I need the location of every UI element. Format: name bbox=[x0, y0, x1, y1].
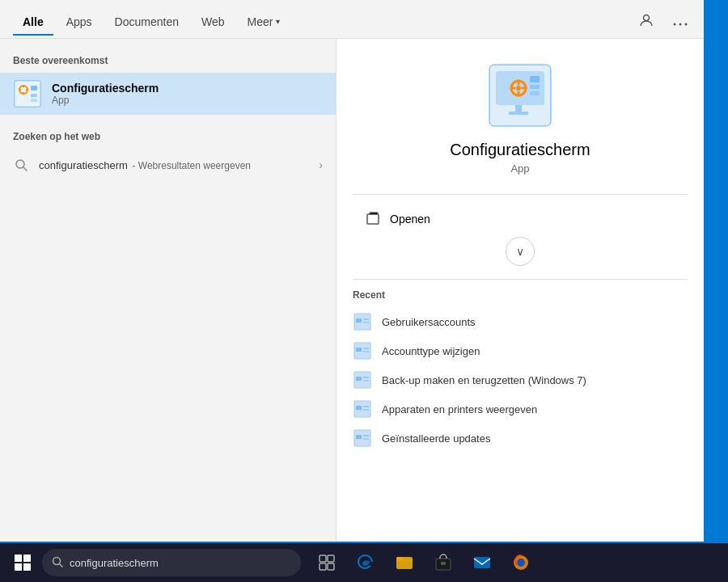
recent-item-3[interactable]: Apparaten en printers weergeven bbox=[353, 394, 688, 424]
svg-rect-54 bbox=[363, 435, 369, 436]
taskbar-apps bbox=[311, 546, 537, 579]
web-search-icon bbox=[13, 157, 29, 173]
store-icon[interactable] bbox=[427, 546, 459, 579]
svg-point-56 bbox=[53, 557, 61, 564]
firefox-icon[interactable] bbox=[505, 546, 537, 579]
right-panel: Configuratiescherm App Openen ∨ Recent bbox=[336, 39, 704, 542]
file-manager-icon[interactable] bbox=[388, 546, 421, 579]
svg-rect-65 bbox=[441, 562, 446, 565]
windows-logo-icon bbox=[15, 555, 31, 571]
recent-item-1-text: Accounttype wijzigen bbox=[382, 345, 480, 357]
best-match-subtitle: App bbox=[52, 95, 159, 106]
meer-chevron-icon: ▾ bbox=[276, 17, 280, 26]
svg-rect-11 bbox=[31, 86, 37, 91]
open-button[interactable]: Openen bbox=[353, 205, 688, 234]
svg-point-20 bbox=[516, 86, 521, 91]
recent-item-0[interactable]: Gebruikersaccounts bbox=[353, 307, 688, 336]
start-button[interactable] bbox=[6, 546, 39, 579]
left-panel: Beste overeenkomst bbox=[0, 39, 336, 542]
app-detail-icon bbox=[488, 63, 552, 128]
recent-items-list: Gebruikersaccounts Accounttype wijzigen bbox=[353, 307, 688, 453]
recent-item-0-text: Gebruikersaccounts bbox=[382, 316, 476, 328]
svg-rect-60 bbox=[320, 563, 326, 570]
svg-line-15 bbox=[23, 167, 27, 171]
svg-rect-50 bbox=[363, 409, 369, 411]
svg-rect-48 bbox=[356, 406, 362, 410]
svg-rect-53 bbox=[356, 435, 362, 439]
svg-rect-61 bbox=[328, 563, 334, 570]
best-match-item[interactable]: Configuratiescherm App bbox=[0, 73, 336, 115]
svg-line-57 bbox=[60, 564, 62, 567]
taskbar: configuratiescherm bbox=[0, 543, 728, 582]
web-search-text: configuratiescherm - Webresultaten weerg… bbox=[39, 159, 309, 171]
svg-rect-25 bbox=[515, 105, 522, 112]
more-options-icon[interactable] bbox=[670, 11, 691, 32]
svg-rect-34 bbox=[363, 318, 369, 320]
nav-actions bbox=[636, 10, 691, 34]
best-match-title: Configuratiescherm bbox=[52, 82, 159, 95]
web-search-query: configuratiescherm - Webresultaten weerg… bbox=[39, 159, 309, 171]
mail-icon[interactable] bbox=[466, 546, 498, 579]
task-view-button[interactable] bbox=[311, 546, 343, 579]
recent-item-4-text: Geïnstalleerde updates bbox=[382, 432, 490, 445]
svg-rect-40 bbox=[363, 351, 369, 352]
app-detail-type: App bbox=[510, 162, 529, 175]
svg-rect-12 bbox=[31, 94, 37, 97]
tab-meer[interactable]: Meer ▾ bbox=[238, 9, 290, 35]
svg-rect-45 bbox=[363, 380, 369, 382]
expand-button[interactable]: ∨ bbox=[506, 237, 535, 266]
tab-documenten[interactable]: Documenten bbox=[105, 9, 188, 35]
tab-alle[interactable]: Alle bbox=[13, 9, 53, 35]
svg-rect-58 bbox=[320, 555, 326, 562]
taskbar-search-bar[interactable]: configuratiescherm bbox=[42, 549, 301, 576]
recent-label: Recent bbox=[353, 289, 688, 301]
taskbar-search-icon bbox=[52, 556, 63, 570]
open-icon bbox=[366, 211, 382, 227]
svg-rect-29 bbox=[530, 91, 540, 95]
svg-rect-30 bbox=[367, 214, 379, 224]
open-label: Openen bbox=[390, 213, 430, 226]
svg-rect-26 bbox=[509, 112, 528, 115]
main-content: Beste overeenkomst bbox=[0, 39, 704, 542]
svg-rect-27 bbox=[530, 76, 540, 82]
svg-rect-33 bbox=[356, 318, 362, 323]
taskbar-search-text: configuratiescherm bbox=[70, 557, 291, 569]
svg-rect-55 bbox=[363, 438, 369, 440]
edge-icon[interactable] bbox=[349, 546, 382, 579]
divider-bottom bbox=[353, 279, 688, 280]
web-search-label: Zoeken op het web bbox=[0, 128, 336, 149]
recent-item-1[interactable]: Accounttype wijzigen bbox=[353, 336, 688, 365]
recent-item-2-text: Back-up maken en terugzetten (Windows 7) bbox=[382, 374, 586, 386]
svg-point-1 bbox=[674, 23, 676, 25]
svg-rect-28 bbox=[530, 85, 540, 89]
svg-rect-13 bbox=[31, 99, 37, 102]
recent-item-4[interactable]: Geïnstalleerde updates bbox=[353, 424, 688, 453]
svg-rect-38 bbox=[356, 348, 362, 352]
tab-apps[interactable]: Apps bbox=[57, 9, 102, 35]
svg-rect-59 bbox=[328, 555, 334, 562]
svg-rect-66 bbox=[474, 557, 490, 568]
person-icon[interactable] bbox=[636, 10, 657, 34]
divider-top bbox=[353, 194, 688, 195]
tab-web[interactable]: Web bbox=[192, 9, 235, 35]
svg-point-0 bbox=[644, 15, 650, 20]
chevron-down-icon: ∨ bbox=[516, 245, 524, 258]
best-match-text: Configuratiescherm App bbox=[52, 82, 159, 106]
recent-item-2[interactable]: Back-up maken en terugzetten (Windows 7) bbox=[353, 365, 688, 394]
svg-rect-49 bbox=[363, 406, 369, 407]
search-panel: Alle Apps Documenten Web Meer ▾ bbox=[0, 0, 704, 542]
svg-rect-5 bbox=[15, 81, 40, 107]
app-detail-name: Configuratiescherm bbox=[450, 141, 590, 159]
svg-point-3 bbox=[685, 23, 688, 25]
recent-item-3-text: Apparaten en printers weergeven bbox=[382, 403, 537, 415]
svg-point-68 bbox=[517, 559, 525, 567]
web-search-item[interactable]: configuratiescherm - Webresultaten weerg… bbox=[0, 149, 336, 181]
best-match-label: Beste overeenkomst bbox=[0, 52, 336, 73]
svg-rect-63 bbox=[396, 557, 404, 560]
svg-rect-43 bbox=[356, 377, 362, 381]
svg-rect-39 bbox=[363, 348, 369, 349]
svg-point-2 bbox=[679, 23, 682, 25]
configuratiescherm-icon bbox=[13, 79, 42, 108]
svg-rect-44 bbox=[363, 377, 369, 378]
svg-rect-35 bbox=[363, 322, 369, 323]
